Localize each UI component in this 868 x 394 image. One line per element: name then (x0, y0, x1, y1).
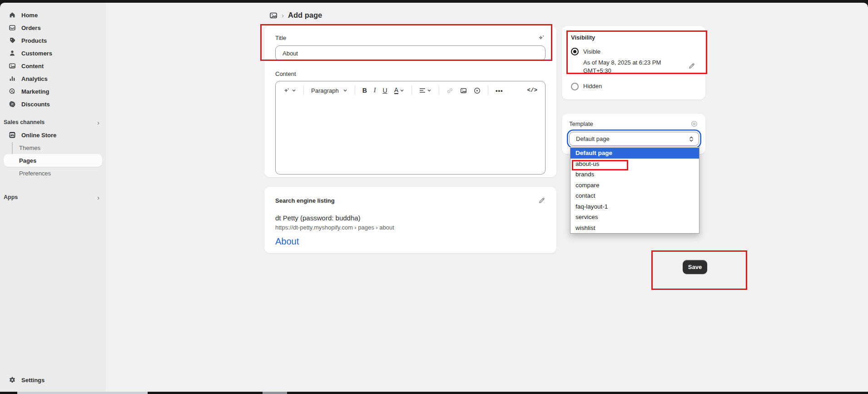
bold-button[interactable]: B (361, 85, 369, 95)
edit-visibility-pencil-icon[interactable] (688, 62, 695, 70)
visibility-date-line2: GMT+5:30 (583, 67, 676, 75)
sidebar-item-themes[interactable]: Themes (0, 141, 106, 154)
sidebar-item-label: Customers (21, 50, 52, 57)
toolbar-divider (439, 86, 439, 95)
template-options-dropdown: Default page about-us brands compare con… (570, 147, 699, 234)
discounts-icon (8, 100, 16, 108)
hidden-label: Hidden (583, 82, 602, 90)
rich-text-editor[interactable]: Paragraph B I U A (275, 81, 546, 175)
chevron-down-icon (427, 88, 432, 93)
toolbar-divider (412, 86, 412, 95)
more-options-button[interactable]: ••• (494, 86, 505, 95)
save-button[interactable]: Save (683, 260, 707, 274)
editor-toolbar: Paragraph B I U A (276, 81, 545, 100)
show-html-button[interactable]: </> (525, 86, 539, 95)
ai-sparkle-icon[interactable] (538, 34, 546, 42)
seo-card: Search engine listing dt Petty (password… (264, 187, 556, 253)
breadcrumb: › Add page (269, 11, 322, 20)
title-field-label: Title (275, 35, 286, 41)
sidebar-item-marketing[interactable]: Marketing (4, 85, 102, 98)
sidebar-item-home[interactable]: Home (4, 9, 102, 21)
app-window: Home Orders Products Customers Content (0, 3, 868, 392)
sales-channels-label: Sales channels (4, 119, 45, 125)
horizontal-scrollbar-thumb[interactable] (17, 392, 148, 394)
sidebar-item-settings[interactable]: Settings (4, 374, 102, 386)
chevron-right-icon: › (97, 194, 99, 201)
insert-link-button[interactable] (445, 86, 455, 95)
ai-write-button[interactable] (282, 86, 298, 95)
option-default-page[interactable]: Default page (570, 148, 699, 159)
apps-header[interactable]: Apps › (0, 191, 106, 204)
option-about-us[interactable]: about-us (570, 159, 699, 170)
toolbar-divider (488, 86, 488, 95)
title-input[interactable] (275, 45, 546, 61)
view-target-icon[interactable] (690, 120, 698, 128)
visible-label: Visible (583, 48, 600, 55)
home-icon (8, 11, 16, 19)
chevron-down-icon (400, 88, 404, 93)
sidebar-item-preferences[interactable]: Preferences (0, 167, 106, 180)
sidebar-item-label: Marketing (21, 88, 49, 95)
apps-label: Apps (4, 194, 18, 200)
sidebar-item-online-store[interactable]: Online Store (4, 129, 102, 141)
sidebar-item-label: Discounts (21, 101, 50, 108)
toolbar-divider (355, 86, 355, 95)
visible-radio-option[interactable]: Visible As of May 8, 2025 at 6:23 PM GMT… (571, 47, 696, 75)
visibility-date-line1: As of May 8, 2025 at 6:23 PM (583, 59, 676, 67)
underline-button[interactable]: U (381, 85, 389, 95)
text-color-button[interactable]: A (392, 85, 406, 96)
analytics-icon (8, 75, 16, 83)
insert-image-button[interactable] (458, 86, 469, 95)
option-faq-layout-1[interactable]: faq-layout-1 (570, 201, 699, 212)
visibility-card: Visibility Visible As of May 8, 2025 at … (562, 26, 705, 100)
paragraph-style-label: Paragraph (311, 87, 339, 94)
horizontal-scrollbar-thumb[interactable] (263, 392, 287, 394)
sidebar-item-content[interactable]: Content (4, 60, 102, 72)
option-services[interactable]: services (570, 212, 699, 223)
chevron-down-icon (343, 88, 347, 93)
breadcrumb-separator: › (282, 11, 284, 19)
page-form-card: Title Content Paragraph (264, 26, 556, 177)
gear-icon (8, 376, 16, 384)
insert-video-button[interactable] (472, 86, 482, 95)
sidebar-item-discounts[interactable]: Discounts (4, 98, 102, 110)
sidebar-item-analytics[interactable]: Analytics (4, 72, 102, 85)
main-content: › Add page Title Content (106, 3, 868, 392)
customers-icon (8, 49, 16, 57)
italic-button[interactable]: I (372, 85, 378, 95)
sidebar-item-label: Analytics (21, 75, 48, 82)
sidebar-item-orders[interactable]: Orders (4, 21, 102, 34)
sidebar-item-label: Home (21, 12, 38, 19)
marketing-icon (8, 87, 16, 95)
visibility-card-title: Visibility (571, 34, 696, 41)
text-color-label: A (394, 87, 398, 95)
option-brands[interactable]: brands (570, 169, 699, 180)
editor-body[interactable] (276, 100, 545, 175)
chevron-right-icon: › (97, 119, 99, 126)
seo-url: https://dt-petty.myshopify.com › pages ›… (275, 224, 546, 231)
sidebar-item-label: Preferences (19, 170, 51, 177)
option-contact[interactable]: contact (570, 190, 699, 201)
radio-unselected-icon (571, 83, 579, 90)
hidden-radio-option[interactable]: Hidden (571, 82, 696, 90)
sidebar-item-products[interactable]: Products (4, 34, 102, 47)
seo-preview-title-link[interactable]: About (275, 236, 546, 247)
edit-pencil-icon[interactable] (538, 197, 546, 204)
orders-icon (8, 24, 16, 32)
sidebar-item-customers[interactable]: Customers (4, 47, 102, 60)
option-compare[interactable]: compare (570, 180, 699, 191)
products-icon (8, 36, 16, 45)
template-selected-value: Default page (576, 135, 610, 142)
sidebar-item-label: Pages (19, 157, 36, 164)
alignment-button[interactable] (417, 86, 433, 95)
sidebar-item-pages[interactable]: Pages (4, 154, 102, 167)
template-select[interactable]: Default page (569, 132, 699, 146)
content-field-label: Content (275, 70, 546, 77)
sales-channels-header[interactable]: Sales channels › (0, 116, 106, 129)
sidebar-item-label: Settings (21, 377, 45, 384)
sidebar-item-label: Orders (21, 25, 41, 31)
pages-breadcrumb-icon[interactable] (269, 11, 278, 20)
radio-selected-icon (571, 48, 579, 55)
paragraph-style-dropdown[interactable]: Paragraph (309, 86, 349, 95)
option-wishlist[interactable]: wishlist (570, 223, 699, 234)
